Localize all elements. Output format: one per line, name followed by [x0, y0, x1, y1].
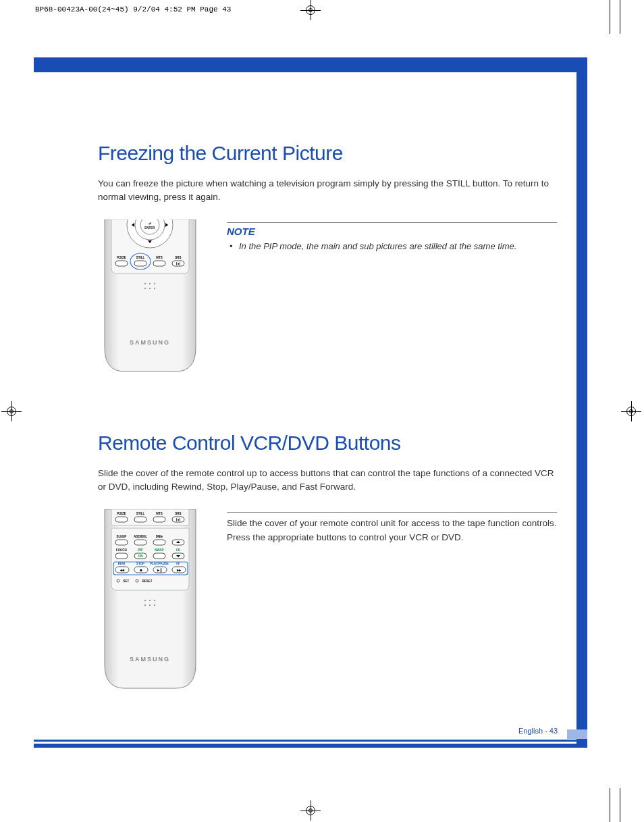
- page-frame-right: [576, 57, 587, 748]
- svg-text:PLAY/PAUSE: PLAY/PAUSE: [150, 562, 169, 565]
- svg-rect-33: [115, 540, 128, 545]
- svg-point-16: [149, 283, 151, 284]
- svg-text:⏎: ⏎: [149, 222, 151, 226]
- svg-text:STOP: STOP: [136, 562, 144, 565]
- svg-text:REW: REW: [118, 562, 126, 565]
- svg-text:STILL: STILL: [136, 512, 145, 515]
- svg-point-66: [149, 600, 151, 601]
- svg-text:CH: CH: [176, 548, 181, 552]
- section-title: Remote Control VCR/DVD Buttons: [98, 432, 557, 455]
- svg-rect-35: [134, 540, 146, 545]
- svg-point-17: [154, 283, 155, 284]
- svg-rect-6: [115, 261, 128, 266]
- crop-guide: [610, 788, 610, 822]
- svg-text:STILL: STILL: [136, 256, 145, 259]
- crop-guide: [620, 0, 620, 34]
- svg-text:ADD/DEL: ADD/DEL: [134, 535, 147, 538]
- svg-point-19: [149, 288, 151, 289]
- svg-text:MTS: MTS: [156, 512, 163, 515]
- remote-figure: P.SIZE STILL MTS SRS (●) SLEEP ADD/DEL: [98, 509, 203, 694]
- svg-rect-28: [153, 517, 165, 522]
- svg-text:▸❙: ▸❙: [157, 568, 163, 573]
- svg-text:DNIe: DNIe: [156, 535, 163, 538]
- svg-text:SRS: SRS: [175, 512, 181, 515]
- svg-text:▸▸: ▸▸: [176, 568, 182, 572]
- svg-rect-11: [153, 261, 165, 266]
- svg-rect-40: [115, 553, 128, 559]
- svg-text:FF: FF: [176, 562, 180, 565]
- svg-text:(●): (●): [176, 517, 181, 521]
- section-intro: You can freeze the picture when watching…: [98, 177, 557, 203]
- registration-mark-icon: [1, 401, 22, 421]
- note-text: In the PIP mode, the main and sub pictur…: [227, 240, 557, 253]
- svg-text:PIP: PIP: [138, 548, 142, 552]
- svg-text:◂◂: ◂◂: [119, 568, 125, 572]
- svg-text:SET: SET: [124, 580, 130, 583]
- section-body: ⏎ ENTER P.SIZE STILL MTS SRS (●): [98, 220, 557, 378]
- svg-point-20: [154, 288, 155, 289]
- svg-text:RESET: RESET: [142, 580, 152, 583]
- svg-text:MTS: MTS: [156, 256, 163, 259]
- svg-text:FAV.CH: FAV.CH: [116, 548, 127, 552]
- svg-point-15: [144, 283, 146, 284]
- page-frame-top: [34, 57, 587, 72]
- step-text: Slide the cover of your remote control u…: [227, 512, 557, 544]
- svg-point-69: [149, 605, 151, 606]
- crop-guide: [610, 0, 610, 34]
- print-header: BP68-00423A-00(24~45) 9/2/04 4:52 PM Pag…: [35, 5, 231, 14]
- svg-point-68: [144, 605, 146, 606]
- remote-illustration-icon: ⏎ ENTER P.SIZE STILL MTS SRS (●): [98, 220, 203, 375]
- svg-text:SWAP: SWAP: [155, 548, 163, 552]
- svg-text:ON: ON: [138, 555, 143, 558]
- svg-text:(●): (●): [176, 261, 181, 265]
- page-number: English - 43: [518, 727, 558, 735]
- svg-point-67: [154, 600, 155, 601]
- svg-rect-24: [115, 517, 128, 522]
- registration-mark-icon: [621, 401, 641, 421]
- registration-mark-icon: [300, 0, 321, 20]
- section-body: P.SIZE STILL MTS SRS (●) SLEEP ADD/DEL: [98, 509, 557, 694]
- page-tab: [567, 729, 587, 739]
- svg-text:SLEEP: SLEEP: [117, 535, 127, 538]
- svg-text:SAMSUNG: SAMSUNG: [130, 656, 170, 663]
- remote-illustration-icon: P.SIZE STILL MTS SRS (●) SLEEP ADD/DEL: [98, 509, 203, 692]
- section-title: Freezing the Current Picture: [98, 142, 557, 165]
- svg-text:■: ■: [140, 568, 142, 572]
- section-intro: Slide the cover of the remote control up…: [98, 467, 557, 493]
- svg-text:P.SIZE: P.SIZE: [117, 512, 126, 515]
- svg-rect-45: [153, 553, 165, 559]
- svg-point-65: [144, 600, 146, 601]
- svg-text:P.SIZE: P.SIZE: [117, 256, 126, 259]
- svg-text:SRS: SRS: [175, 256, 181, 259]
- svg-rect-8: [134, 261, 146, 266]
- svg-text:ENTER: ENTER: [144, 226, 155, 230]
- svg-point-70: [154, 605, 155, 606]
- note-heading: NOTE: [227, 222, 557, 237]
- svg-rect-26: [134, 517, 146, 522]
- remote-figure: ⏎ ENTER P.SIZE STILL MTS SRS (●): [98, 220, 203, 378]
- svg-point-18: [144, 288, 146, 289]
- svg-rect-37: [153, 540, 165, 545]
- svg-text:SAMSUNG: SAMSUNG: [130, 339, 170, 346]
- crop-guide: [620, 788, 620, 822]
- registration-mark-icon: [300, 800, 321, 821]
